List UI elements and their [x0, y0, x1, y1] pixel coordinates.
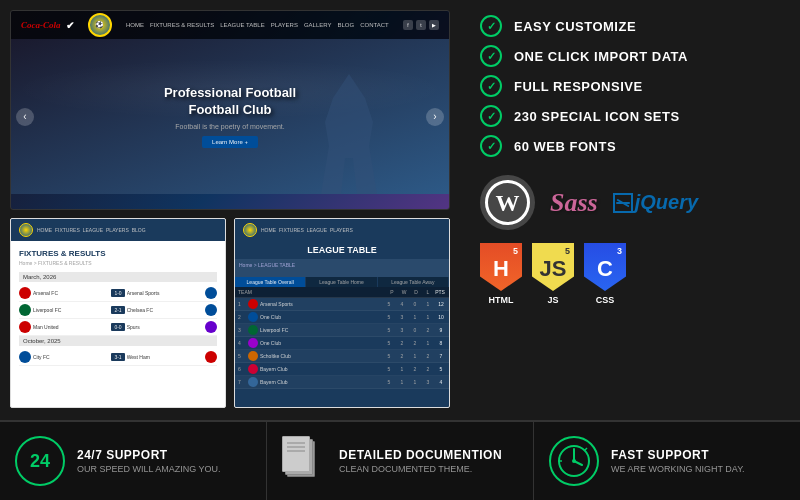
home-team: Liverpool FC [33, 307, 109, 313]
js-shield: 5 JS JS [532, 243, 574, 305]
lt-col-team: TEAM [238, 289, 386, 295]
snl2-4: PLAYERS [330, 227, 353, 233]
prev-arrow: ‹ [16, 108, 34, 126]
screenshots-panel: Coca-Cola ✔ ⚽ HOME FIXTURES & RESULTS LE… [0, 0, 460, 420]
snl2-3: LEAGUE [307, 227, 327, 233]
team-name-lt: Bayern Club [260, 379, 382, 385]
p: 5 [384, 353, 394, 359]
feature-responsive: FULL RESPONSIVE [480, 75, 780, 97]
small-nav-links-2: HOME FIXTURES LEAGUE PLAYERS [261, 227, 353, 233]
docs-item: DETAILED DOCUMENTION CLEAN DOCUMENTED TH… [267, 422, 534, 500]
html5-shape: 5 H [480, 243, 522, 291]
html-letter: H [493, 256, 509, 282]
css-shape: 3 C [584, 243, 626, 291]
p: 5 [384, 327, 394, 333]
stats: 5 4 0 1 12 [384, 301, 446, 307]
pts: 4 [436, 379, 446, 385]
w: 2 [397, 340, 407, 346]
feature-label-3: FULL RESPONSIVE [514, 79, 643, 94]
team-logo-lt [248, 364, 258, 374]
away-logo [205, 304, 217, 316]
team-logo [19, 287, 31, 299]
stats: 5 2 1 2 7 [384, 353, 446, 359]
away-team: West Ham [127, 354, 203, 360]
support-24-text: 24 [30, 451, 50, 472]
tab-home: League Table Home [306, 277, 377, 287]
check-icon-4 [480, 105, 502, 127]
away-logo [205, 321, 217, 333]
js-label: JS [547, 295, 558, 305]
lt-row: 7 Bayern Club 5 1 1 3 4 [235, 376, 449, 389]
nav-blog: BLOG [337, 22, 354, 28]
feature-label-1: EASY CUSTOMIZE [514, 19, 636, 34]
lt-col-l: L [422, 289, 434, 295]
team-logo [19, 304, 31, 316]
lt-row: 4 One Club 5 2 2 1 8 [235, 337, 449, 350]
month-2-header: October, 2025 [19, 336, 217, 346]
tech-row-brands: W Sass jQuery [480, 175, 780, 230]
yt-icon: ▶ [429, 20, 439, 30]
fast-support-text: FAST SUPPORT WE ARE WORKING NIGHT DAY. [611, 448, 745, 474]
league-tabs: League Table Overall League Table Home L… [235, 277, 449, 287]
team-logo [19, 351, 31, 363]
team-logo-lt [248, 351, 258, 361]
hero-title: Professional FootballFootball Club [164, 85, 296, 119]
feature-fonts: 60 WEB FONTS [480, 135, 780, 157]
team-name-lt: Scholtke Club [260, 353, 382, 359]
html-label: HTML [489, 295, 514, 305]
w: 3 [397, 327, 407, 333]
team-logo [19, 321, 31, 333]
lt-row: 6 Bayern Club 5 1 2 2 5 [235, 363, 449, 376]
coca-cola-logo: Coca-Cola [21, 20, 61, 30]
fast-support-icon [549, 436, 599, 486]
nav-fixtures: FIXTURES & RESULTS [150, 22, 214, 28]
score: 2-1 [111, 306, 124, 314]
nav-home: HOME [126, 22, 144, 28]
css-label: CSS [596, 295, 615, 305]
fixtures-screenshot: HOME FIXTURES LEAGUE PLAYERS BLOG FIXTUR… [10, 218, 226, 408]
league-table-screenshot: HOME FIXTURES LEAGUE PLAYERS LEAGUE TABL… [234, 218, 450, 408]
svg-line-5 [584, 448, 587, 451]
team-name-lt: One Club [260, 314, 382, 320]
sass-logo: Sass [550, 188, 598, 218]
lt-col-pts: PTS [434, 289, 446, 295]
small-logo-1 [19, 223, 33, 237]
support-text: 24/7 SUPPORT OUR SPEED WILL AMAZING YOU. [77, 448, 221, 474]
w-stat: 4 [397, 301, 407, 307]
rank: 6 [238, 366, 246, 372]
club-logo: ⚽ [88, 13, 112, 37]
clock-svg [556, 443, 592, 479]
p: 5 [384, 379, 394, 385]
lt-row: 3 Liverpool FC 5 3 0 2 9 [235, 324, 449, 337]
small-logo-2 [243, 223, 257, 237]
score: 0-0 [111, 323, 124, 331]
p: 5 [384, 314, 394, 320]
d: 1 [410, 379, 420, 385]
small-screenshots-row: HOME FIXTURES LEAGUE PLAYERS BLOG FIXTUR… [10, 218, 450, 408]
score: 3-1 [111, 353, 124, 361]
snl-2: FIXTURES [55, 227, 80, 233]
l: 2 [423, 353, 433, 359]
next-arrow: › [426, 108, 444, 126]
js-letter: JS [540, 256, 567, 282]
tech-row-shields: 5 H HTML 5 JS JS 3 C [480, 243, 780, 305]
d: 2 [410, 366, 420, 372]
check-icon-5 [480, 135, 502, 157]
support-icon-circle: 24 [15, 436, 65, 486]
month-1-header: March, 2026 [19, 272, 217, 282]
nike-logo: ✔ [66, 20, 74, 31]
features-panel: EASY CUSTOMIZE ONE CLICK IMPORT DATA FUL… [460, 0, 800, 420]
fixtures-title: FIXTURES & RESULTS [19, 249, 217, 258]
html-number: 5 [513, 246, 518, 256]
feature-one-click: ONE CLICK IMPORT DATA [480, 45, 780, 67]
team-logo-lt [248, 325, 258, 335]
pts: 10 [436, 314, 446, 320]
support-title: 24/7 SUPPORT [77, 448, 221, 462]
fixtures-breadcrumb: Home > FIXTURES & RESULTS [19, 260, 217, 266]
hero-section: Professional FootballFootball Club Footb… [11, 39, 449, 194]
team-logo-lt [248, 377, 258, 387]
w: 1 [397, 366, 407, 372]
snl-3: LEAGUE [83, 227, 103, 233]
lt-breadcrumb: Home > LEAGUE TABLE [239, 262, 445, 268]
check-icon-1 [480, 15, 502, 37]
